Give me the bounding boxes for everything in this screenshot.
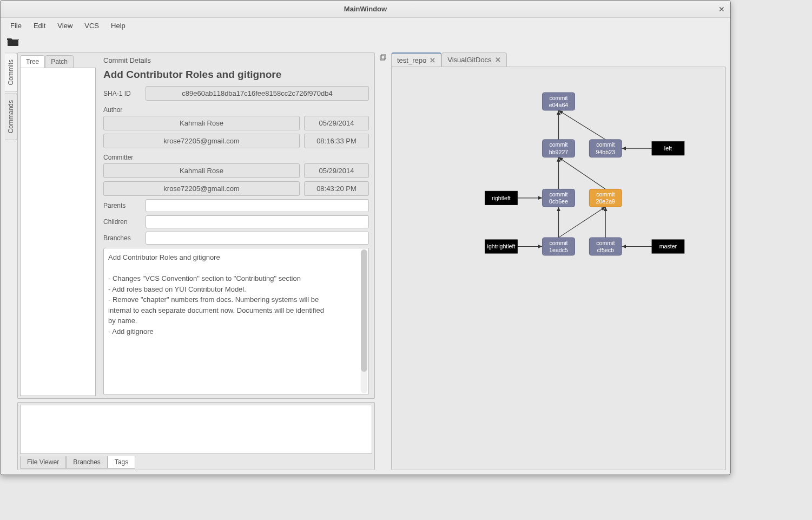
- menu-help[interactable]: Help: [105, 19, 131, 32]
- inner-pane: Tree Patch Commit Details Add Contributo…: [17, 52, 375, 470]
- tree-body[interactable]: [20, 68, 96, 396]
- graph-tabs: test_repo ✕ VisualGitDocs ✕: [391, 52, 726, 67]
- tab-patch[interactable]: Patch: [45, 55, 74, 68]
- svg-rect-1: [381, 55, 386, 59]
- commit-node[interactable]: commitcf5ecb: [589, 238, 622, 255]
- graph-tab-test-repo[interactable]: test_repo ✕: [391, 52, 441, 67]
- committer-label: Committer: [103, 154, 369, 161]
- svg-text:bb9227: bb9227: [549, 149, 568, 155]
- svg-text:commit: commit: [549, 240, 567, 246]
- svg-text:commit: commit: [549, 95, 567, 101]
- svg-text:commit: commit: [596, 141, 615, 148]
- svg-line-5: [559, 157, 606, 189]
- side-tabs: Commits Commands: [5, 52, 17, 470]
- tab-tree[interactable]: Tree: [20, 55, 45, 68]
- author-label: Author: [103, 106, 369, 114]
- svg-text:94bb23: 94bb23: [596, 149, 615, 155]
- message-line: [108, 264, 355, 273]
- close-icon[interactable]: ✕: [495, 56, 501, 64]
- svg-text:e04a64: e04a64: [549, 102, 568, 108]
- svg-line-8: [559, 207, 606, 238]
- content-row: Commits Commands Tree Patch Commit Detai…: [1, 50, 730, 475]
- bottom-panel: File Viewer Branches Tags: [17, 402, 375, 470]
- author-email[interactable]: krose72205@gmail.com: [103, 134, 300, 148]
- close-icon[interactable]: ✕: [717, 5, 726, 14]
- side-tab-commits[interactable]: Commits: [5, 52, 17, 92]
- commit-node[interactable]: commit0cb6ee: [543, 189, 575, 207]
- sha-label: SHA-1 ID: [103, 90, 141, 97]
- svg-text:0cb6ee: 0cb6ee: [549, 198, 568, 205]
- message-line: internal to each separate document now. …: [108, 306, 355, 315]
- message-line: - Changes "VCS Convention" section to "C…: [108, 274, 355, 284]
- tab-tags[interactable]: Tags: [108, 456, 135, 469]
- main-window: MainWindow ✕ File Edit View VCS Help Com…: [0, 0, 731, 475]
- open-folder-icon[interactable]: [7, 37, 19, 47]
- children-input[interactable]: [146, 215, 369, 228]
- menu-file[interactable]: File: [5, 19, 27, 32]
- menu-edit[interactable]: Edit: [28, 19, 51, 32]
- restore-panel-icon[interactable]: [379, 54, 387, 61]
- svg-text:cf5ecb: cf5ecb: [597, 247, 614, 253]
- commit-details-panel: Commit Details Add Contributor Roles and…: [98, 53, 374, 398]
- author-date[interactable]: 05/29/2014: [304, 116, 369, 130]
- bottom-body[interactable]: [20, 405, 372, 454]
- menu-vcs[interactable]: VCS: [79, 19, 104, 32]
- commit-node[interactable]: commitbb9227: [543, 140, 575, 157]
- message-line: - Remove "chapter" numbers from docs. Nu…: [108, 295, 355, 305]
- ref-node[interactable]: ightrightleft: [485, 240, 518, 253]
- details-header: Commit Details: [103, 56, 369, 64]
- ref-node[interactable]: master: [652, 240, 684, 253]
- side-tab-commands[interactable]: Commands: [5, 93, 17, 140]
- sha-value[interactable]: c89e60ab118dba17c16fee8158cc2c726f970db4: [146, 86, 369, 101]
- bottom-tabs: File Viewer Branches Tags: [18, 456, 374, 470]
- parents-input[interactable]: [146, 199, 369, 212]
- svg-text:rightleft: rightleft: [492, 195, 511, 201]
- children-label: Children: [103, 218, 141, 226]
- tab-branches[interactable]: Branches: [66, 456, 108, 469]
- ref-node[interactable]: rightleft: [485, 191, 518, 205]
- svg-text:commit: commit: [549, 191, 567, 198]
- menu-view[interactable]: View: [52, 19, 78, 32]
- svg-text:20e2a9: 20e2a9: [596, 198, 615, 205]
- svg-text:ightrightleft: ightrightleft: [487, 243, 516, 249]
- svg-text:left: left: [664, 145, 672, 152]
- small-tabs: Tree Patch: [20, 55, 96, 68]
- committer-name[interactable]: Kahmali Rose: [103, 163, 300, 178]
- parents-label: Parents: [103, 202, 141, 209]
- graph-canvas[interactable]: commite04a64commitbb9227commit94bb23comm…: [391, 67, 726, 470]
- left-pane: Commits Commands Tree Patch Commit Detai…: [5, 52, 375, 470]
- tree-column: Tree Patch: [18, 53, 98, 398]
- message-line: - Add gitignore: [108, 327, 355, 337]
- committer-date[interactable]: 05/29/2014: [304, 163, 369, 178]
- graph-tab-label: VisualGitDocs: [447, 56, 491, 64]
- committer-time[interactable]: 08:43:20 PM: [304, 181, 369, 196]
- message-line: Add Contributor Roles and gitignore: [108, 253, 355, 262]
- graph-tab-label: test_repo: [397, 56, 426, 64]
- commit-title: Add Contributor Roles and gitignore: [103, 69, 369, 81]
- svg-rect-0: [380, 56, 385, 60]
- svg-text:commit: commit: [596, 191, 615, 198]
- svg-text:master: master: [659, 243, 677, 249]
- branches-input[interactable]: [146, 232, 369, 245]
- graph-tab-visualgitdocs[interactable]: VisualGitDocs ✕: [441, 52, 506, 67]
- scrollbar[interactable]: [361, 249, 367, 393]
- tab-file-viewer[interactable]: File Viewer: [20, 456, 66, 469]
- scrollbar-thumb[interactable]: [361, 249, 367, 372]
- committer-email[interactable]: krose72205@gmail.com: [103, 181, 300, 196]
- right-pane: test_repo ✕ VisualGitDocs ✕ commite04a64…: [391, 52, 726, 470]
- message-line: - Add roles based on YUI Contributor Mod…: [108, 285, 355, 294]
- author-time[interactable]: 08:16:33 PM: [304, 134, 369, 148]
- svg-text:commit: commit: [549, 141, 567, 148]
- window-title: MainWindow: [344, 5, 387, 13]
- message-line: by name.: [108, 316, 355, 326]
- ref-node[interactable]: left: [652, 142, 684, 155]
- branches-label: Branches: [103, 234, 141, 242]
- close-icon[interactable]: ✕: [430, 56, 435, 64]
- author-name[interactable]: Kahmali Rose: [103, 116, 300, 130]
- commit-node[interactable]: commit20e2a9: [589, 189, 622, 207]
- commit-node[interactable]: commit1eadc5: [543, 238, 575, 255]
- commit-node[interactable]: commit94bb23: [589, 140, 622, 157]
- commit-message-box[interactable]: Add Contributor Roles and gitignore - Ch…: [103, 248, 369, 395]
- svg-text:commit: commit: [596, 240, 615, 246]
- commit-node[interactable]: commite04a64: [543, 93, 575, 110]
